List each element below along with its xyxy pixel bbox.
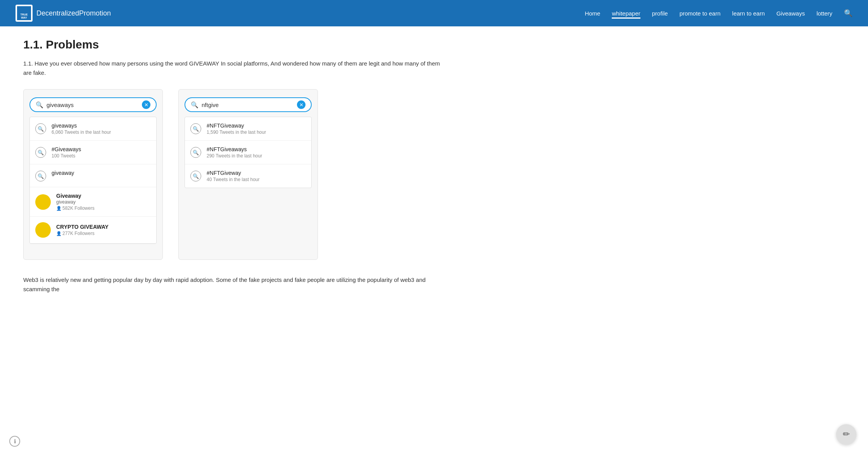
nav-learn-to-earn[interactable]: learn to earn: [732, 8, 765, 19]
edit-icon: ✏: [843, 429, 850, 439]
right-clear-button[interactable]: ✕: [297, 100, 305, 109]
item-sub: 100 Tweets: [52, 153, 81, 159]
left-dropdown-list: 🔍 giveaways 6,060 Tweets in the last hou…: [29, 117, 157, 244]
nav-home[interactable]: Home: [585, 8, 600, 19]
nav-giveaways[interactable]: Giveaways: [777, 8, 805, 19]
main-nav: Home whitepaper profile promote to earn …: [585, 8, 852, 19]
item-sub: 40 Tweets in the last hour: [207, 177, 260, 182]
item-name: #NFTGiveaway: [207, 123, 266, 129]
list-item[interactable]: 🔍 #NFTGiveway 40 Tweets in the last hour: [185, 164, 311, 188]
right-screenshot-card: 🔍 ✕ 🔍 #NFTGiveaway 1,590 Tweets in the l…: [178, 89, 318, 260]
nav-promote-to-earn[interactable]: promote to earn: [680, 8, 721, 19]
bottom-text: Web3 is relatively new and getting popul…: [23, 275, 450, 294]
logo-area[interactable]: TRUE WAY DecentralizedPromotion: [16, 5, 111, 22]
section-text: 1.1. Have you ever observed how many per…: [23, 59, 450, 78]
item-sub: 6,060 Tweets in the last hour: [52, 130, 111, 135]
search-result-icon: 🔍: [190, 171, 201, 181]
profile-followers: 👤277K Followers: [56, 231, 109, 236]
item-name: giveaway: [52, 170, 74, 176]
avatar: [35, 222, 51, 238]
search-result-icon: 🔍: [35, 123, 46, 134]
followers-icon: 👤: [56, 231, 62, 236]
search-icon[interactable]: 🔍: [844, 9, 852, 17]
fab-button[interactable]: ✏: [836, 424, 856, 444]
right-dropdown-list: 🔍 #NFTGiveaway 1,590 Tweets in the last …: [185, 117, 312, 188]
item-text: giveaway: [52, 170, 74, 176]
item-text: giveaways 6,060 Tweets in the last hour: [52, 123, 111, 135]
list-item[interactable]: Giveaway giveaway 👤582K Followers: [30, 187, 156, 217]
info-button[interactable]: ℹ: [9, 436, 20, 447]
nav-lottery[interactable]: lottery: [816, 8, 832, 19]
logo-image: TRUE WAY: [16, 5, 33, 22]
left-search-icon: 🔍: [36, 101, 43, 109]
logo-text: DecentralizedPromotion: [36, 9, 111, 17]
search-result-icon: 🔍: [190, 147, 201, 158]
followers-icon: 👤: [56, 206, 62, 211]
item-name: giveaways: [52, 123, 111, 129]
item-sub: 290 Tweets in the last hour: [207, 153, 262, 159]
main-content: 1.1. Problems 1.1. Have you ever observe…: [0, 0, 543, 325]
item-name: #NFTGiveway: [207, 170, 260, 176]
logo-icon: TRUE WAY: [17, 6, 31, 20]
right-search-bar[interactable]: 🔍 ✕: [185, 97, 312, 112]
left-clear-button[interactable]: ✕: [142, 100, 150, 109]
left-search-bar[interactable]: 🔍 ✕: [29, 97, 157, 112]
avatar: [35, 194, 51, 210]
left-screenshot-card: 🔍 ✕ 🔍 giveaways 6,060 Tweets in the last…: [23, 89, 163, 260]
item-name: #NFTGiveaways: [207, 146, 262, 152]
profile-info: Giveaway giveaway 👤582K Followers: [56, 193, 95, 211]
profile-name: Giveaway: [56, 193, 95, 199]
item-text: #Giveaways 100 Tweets: [52, 146, 81, 159]
item-sub: 1,590 Tweets in the last hour: [207, 130, 266, 135]
list-item[interactable]: 🔍 #NFTGiveaway 1,590 Tweets in the last …: [185, 117, 311, 141]
list-item[interactable]: 🔍 #NFTGiveaways 290 Tweets in the last h…: [185, 141, 311, 164]
item-text: #NFTGiveway 40 Tweets in the last hour: [207, 170, 260, 182]
search-result-icon: 🔍: [190, 123, 201, 134]
info-icon: ℹ: [14, 438, 16, 444]
profile-info: CRYPTO GIVEAWAY 👤277K Followers: [56, 224, 109, 236]
profile-followers: 👤582K Followers: [56, 206, 95, 211]
svg-text:TRUE: TRUE: [20, 13, 28, 16]
profile-handle: giveaway: [56, 199, 95, 205]
left-search-input[interactable]: [47, 102, 139, 108]
right-search-input[interactable]: [202, 102, 294, 108]
header: TRUE WAY DecentralizedPromotion Home whi…: [0, 0, 868, 26]
list-item[interactable]: 🔍 giveaways 6,060 Tweets in the last hou…: [30, 117, 156, 141]
list-item[interactable]: 🔍 #Giveaways 100 Tweets: [30, 141, 156, 164]
search-result-icon: 🔍: [35, 171, 46, 181]
list-item[interactable]: 🔍 giveaway: [30, 164, 156, 187]
search-result-icon: 🔍: [35, 147, 46, 158]
item-name: #Giveaways: [52, 146, 81, 152]
list-item[interactable]: CRYPTO GIVEAWAY 👤277K Followers: [30, 217, 156, 244]
right-search-icon: 🔍: [191, 101, 198, 109]
svg-text:WAY: WAY: [21, 16, 27, 19]
nav-whitepaper[interactable]: whitepaper: [612, 8, 640, 19]
profile-name: CRYPTO GIVEAWAY: [56, 224, 109, 230]
section-title: 1.1. Problems: [23, 38, 519, 51]
nav-profile[interactable]: profile: [652, 8, 668, 19]
item-text: #NFTGiveaway 1,590 Tweets in the last ho…: [207, 123, 266, 135]
screenshots-row: 🔍 ✕ 🔍 giveaways 6,060 Tweets in the last…: [23, 89, 519, 260]
item-text: #NFTGiveaways 290 Tweets in the last hou…: [207, 146, 262, 159]
